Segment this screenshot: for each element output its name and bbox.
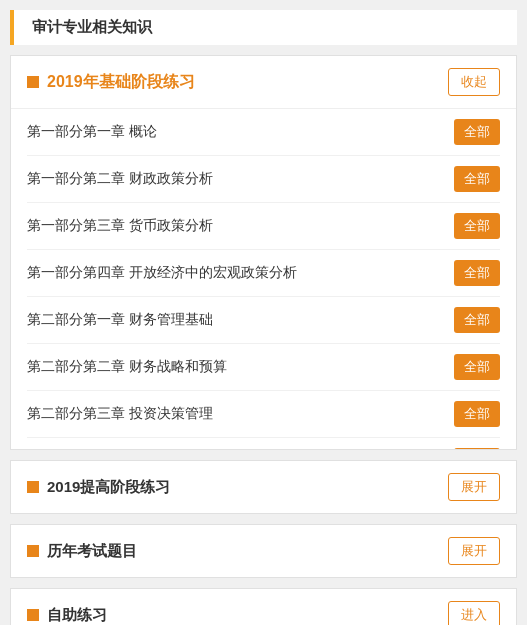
list-item: 第二部分第二章 财务战略和预算全部 (27, 344, 500, 391)
self-section-row: 自助练习 进入 (10, 588, 517, 625)
list-item: 第一部分第三章 货币政策分析全部 (27, 203, 500, 250)
advanced-section-title: 2019提高阶段练习 (27, 478, 170, 497)
list-item-all-button-3[interactable]: 全部 (454, 260, 500, 286)
list-item: 第一部分第一章 概论全部 (27, 109, 500, 156)
list-item-label: 第二部分第三章 投资决策管理 (27, 405, 213, 423)
self-enter-button[interactable]: 进入 (448, 601, 500, 625)
list-item: 第一部分第四章 开放经济中的宏观政策分析全部 (27, 250, 500, 297)
page-container: 审计专业相关知识 2019年基础阶段练习 收起 第一部分第一章 概论全部第一部分… (0, 0, 527, 625)
history-section-label: 历年考试题目 (47, 542, 137, 561)
page-title: 审计专业相关知识 (32, 18, 152, 37)
history-section-icon (27, 545, 39, 557)
list-item-label: 第二部分第二章 财务战略和预算 (27, 358, 227, 376)
self-section-icon (27, 609, 39, 621)
history-section-row: 历年考试题目 展开 (10, 524, 517, 578)
list-item: 第二部分第三章 投资决策管理全部 (27, 391, 500, 438)
list-item-label: 第一部分第一章 概论 (27, 123, 157, 141)
list-item-all-button-7[interactable]: 全部 (454, 448, 500, 449)
advanced-expand-button[interactable]: 展开 (448, 473, 500, 501)
list-item-all-button-2[interactable]: 全部 (454, 213, 500, 239)
basic-section-card: 2019年基础阶段练习 收起 第一部分第一章 概论全部第一部分第二章 财政政策分… (10, 55, 517, 450)
list-item: 第二部分第一章 财务管理基础全部 (27, 297, 500, 344)
list-item: 第二部分第四章 筹资决策管理全部 (27, 438, 500, 449)
advanced-section-icon (27, 481, 39, 493)
basic-section-icon (27, 76, 39, 88)
list-item-all-button-5[interactable]: 全部 (454, 354, 500, 380)
history-expand-button[interactable]: 展开 (448, 537, 500, 565)
advanced-section-label: 2019提高阶段练习 (47, 478, 170, 497)
list-item-label: 第一部分第二章 财政政策分析 (27, 170, 213, 188)
basic-section-title: 2019年基础阶段练习 (27, 72, 195, 93)
basic-section-label: 2019年基础阶段练习 (47, 72, 195, 93)
list-item: 第一部分第二章 财政政策分析全部 (27, 156, 500, 203)
self-section-title: 自助练习 (27, 606, 107, 625)
list-item-label: 第一部分第三章 货币政策分析 (27, 217, 213, 235)
self-section-label: 自助练习 (47, 606, 107, 625)
list-item-all-button-1[interactable]: 全部 (454, 166, 500, 192)
list-item-label: 第二部分第一章 财务管理基础 (27, 311, 213, 329)
basic-section-list: 第一部分第一章 概论全部第一部分第二章 财政政策分析全部第一部分第三章 货币政策… (11, 109, 516, 449)
list-item-all-button-0[interactable]: 全部 (454, 119, 500, 145)
basic-section-header: 2019年基础阶段练习 收起 (11, 56, 516, 109)
list-item-all-button-6[interactable]: 全部 (454, 401, 500, 427)
basic-collapse-button[interactable]: 收起 (448, 68, 500, 96)
advanced-section-row: 2019提高阶段练习 展开 (10, 460, 517, 514)
page-header: 审计专业相关知识 (10, 10, 517, 45)
list-item-all-button-4[interactable]: 全部 (454, 307, 500, 333)
list-item-label: 第一部分第四章 开放经济中的宏观政策分析 (27, 264, 297, 282)
history-section-title: 历年考试题目 (27, 542, 137, 561)
